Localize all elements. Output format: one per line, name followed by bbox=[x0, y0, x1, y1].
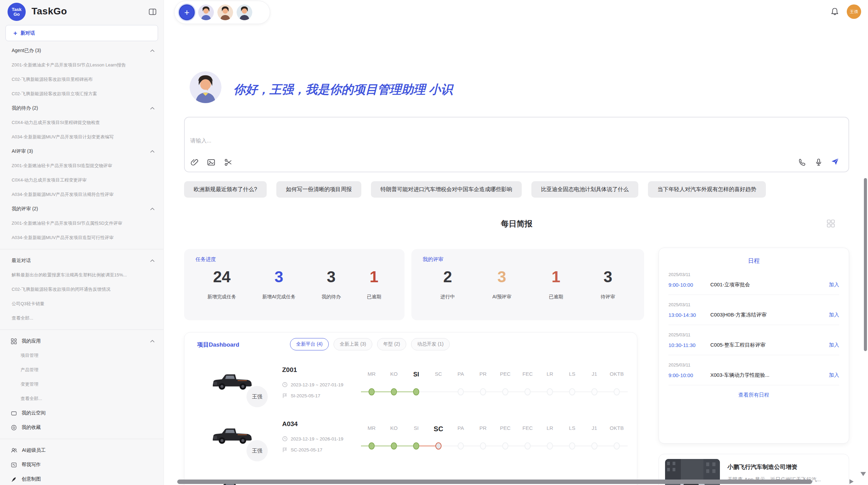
star-badge-icon bbox=[11, 425, 17, 431]
sidebar-item-help-me-write[interactable]: 帮我写作 bbox=[0, 458, 164, 472]
card-title: 我的评审 bbox=[423, 256, 443, 263]
project-milestone-date: SI-2025-05-17 bbox=[282, 393, 320, 398]
suggestion-chip[interactable]: 特朗普可能对进口汽车增税会对中国车企造成哪些影响 bbox=[371, 181, 522, 198]
milestone-label-current: SI bbox=[413, 371, 419, 378]
send-icon[interactable] bbox=[831, 157, 840, 166]
my-review-card: 我的评审 2 进行中 3 AI预评审 1 已逾期 3 待评审 bbox=[411, 249, 644, 320]
list-item[interactable]: C02-飞腾新能源轻客改款项目立项汇报方案 bbox=[0, 87, 164, 101]
chevron-up-icon[interactable] bbox=[150, 259, 155, 262]
view-all-schedule-link[interactable]: 查看所有日程 bbox=[659, 385, 849, 405]
new-chat-button[interactable]: + 新对话 bbox=[5, 25, 158, 41]
list-item[interactable]: 公司Q3轻卡销量 bbox=[0, 297, 164, 311]
list-item[interactable]: Z001-全新燃油皮卡产品开发项目SI节点Lesson Learn报告 bbox=[0, 58, 164, 72]
schedule-panel: 日程 2025/03/11 9:00-10:00 C001-立项审批会 加入 2… bbox=[659, 248, 849, 444]
milestone-label: KO bbox=[390, 371, 398, 377]
chevron-up-icon[interactable] bbox=[150, 107, 155, 110]
sidebar-item-my-apps[interactable]: 我的应用 bbox=[0, 334, 164, 348]
chevron-up-icon[interactable] bbox=[150, 150, 155, 153]
milestone-dot-done bbox=[413, 388, 419, 396]
suggestion-chip[interactable]: 如何写一份清晰的项目周报 bbox=[276, 181, 361, 198]
sidebar-item-creative-draw[interactable]: 创意制图 bbox=[0, 472, 164, 485]
tab-year-model[interactable]: 年型 (2) bbox=[377, 338, 406, 350]
view-all-link[interactable]: 查看全部... bbox=[0, 311, 164, 325]
divider bbox=[0, 329, 164, 330]
milestone-label: J1 bbox=[592, 371, 597, 377]
sidebar-item-ai-super-staff[interactable]: AI超级员工 bbox=[0, 443, 164, 458]
add-agent-button[interactable]: + bbox=[179, 4, 195, 20]
horizontal-scrollbar-thumb[interactable] bbox=[177, 480, 812, 484]
list-item[interactable]: C02-飞腾新能源轻客改款项目的闭环通告反馈情况 bbox=[0, 282, 164, 297]
clock-icon bbox=[282, 436, 288, 442]
suggestion-chips: 欧洲新规最近颁布了什么? 如何写一份清晰的项目周报 特朗普可能对进口汽车增税会对… bbox=[184, 181, 851, 198]
sidebar-collapse-icon[interactable] bbox=[148, 8, 157, 16]
project-code[interactable]: A034 bbox=[282, 420, 298, 428]
milestone-label: LR bbox=[546, 371, 553, 377]
clock-icon bbox=[282, 382, 288, 387]
scroll-right-arrow[interactable] bbox=[849, 479, 854, 484]
microphone-icon[interactable] bbox=[814, 158, 823, 167]
tab-new-body[interactable]: 全新上装 (3) bbox=[334, 338, 372, 350]
milestone-dot-todo bbox=[547, 443, 553, 450]
suggestion-chip[interactable]: 比亚迪全固态电池计划具体说了什么 bbox=[531, 181, 638, 198]
chevron-up-icon[interactable] bbox=[150, 49, 155, 52]
scissors-icon[interactable] bbox=[224, 158, 233, 167]
sidebar-item-product-mgmt[interactable]: 产品管理 bbox=[0, 363, 164, 377]
schedule-date: 2025/03/11 bbox=[668, 362, 839, 368]
milestone-dot-todo bbox=[458, 388, 464, 396]
list-item[interactable]: A034-全新新能源MUV产品开发项目法规符合性评审 bbox=[0, 187, 164, 202]
suggestion-chip[interactable]: 当下年轻人对汽车外观有怎样的喜好趋势 bbox=[648, 181, 766, 198]
schedule-name: C005-整车工程目标评审 bbox=[710, 342, 829, 348]
chevron-up-icon[interactable] bbox=[150, 208, 155, 210]
join-link[interactable]: 加入 bbox=[829, 372, 839, 378]
milestone-dot-done bbox=[391, 388, 397, 396]
list-item[interactable]: 解释最新出台的欧盟报废车法规再生塑料比例被调至15%... bbox=[0, 268, 164, 282]
sidebar-item-project-mgmt[interactable]: 项目管理 bbox=[0, 348, 164, 363]
project-code[interactable]: Z001 bbox=[282, 366, 297, 374]
tab-powertrain[interactable]: 动总开发 (1) bbox=[411, 338, 450, 350]
attachment-icon[interactable] bbox=[190, 158, 199, 167]
sidebar-item-cloud-space[interactable]: 我的云空间 bbox=[0, 406, 164, 420]
join-link[interactable]: 加入 bbox=[829, 312, 839, 318]
avatar[interactable] bbox=[237, 4, 252, 20]
list-item[interactable]: C02-飞腾新能源轻客改款项目里程碑画布 bbox=[0, 72, 164, 87]
avatar[interactable] bbox=[198, 4, 214, 20]
divider bbox=[0, 439, 164, 439]
schedule-item: 2025/03/11 9:00-10:00 C001-立项审批会 加入 bbox=[668, 265, 839, 295]
tab-new-platform[interactable]: 全新平台 (4) bbox=[290, 338, 329, 350]
avatar[interactable] bbox=[217, 4, 233, 20]
schedule-item: 2025/03/11 10:30-11:30 C005-整车工程目标评审 加入 bbox=[668, 325, 839, 355]
sidebar-item-favorites[interactable]: 我的收藏 bbox=[0, 420, 164, 435]
vertical-scrollbar-thumb[interactable] bbox=[864, 178, 867, 351]
plus-icon: + bbox=[13, 29, 17, 37]
view-all-link[interactable]: 查看全部... bbox=[0, 391, 164, 406]
milestone-label: MR bbox=[367, 371, 375, 377]
chevron-up-icon[interactable] bbox=[150, 340, 155, 343]
milestone-label: FEC bbox=[522, 371, 533, 377]
schedule-name: C001-立项审批会 bbox=[710, 282, 829, 288]
layout-grid-icon[interactable] bbox=[826, 219, 835, 228]
milestone-dot-todo bbox=[502, 388, 508, 396]
join-link[interactable]: 加入 bbox=[829, 342, 839, 348]
owner-badge: 王强 bbox=[246, 440, 268, 461]
dashboard-tabs: 全新平台 (4) 全新上装 (3) 年型 (2) 动总开发 (1) bbox=[290, 338, 450, 350]
list-item[interactable]: A034-全新新能源MUV产品开发项目造型可行性评审 bbox=[0, 231, 164, 245]
schedule-date: 2025/03/11 bbox=[668, 272, 839, 277]
list-item[interactable]: C0X4-动力总成开发项目SI里程碑提交物检查 bbox=[0, 115, 164, 130]
image-icon[interactable] bbox=[207, 158, 216, 167]
suggestion-chip[interactable]: 欧洲新规最近颁布了什么? bbox=[184, 181, 267, 198]
sidebar-item-change-mgmt[interactable]: 变更管理 bbox=[0, 377, 164, 391]
scroll-down-arrow[interactable] bbox=[860, 472, 866, 476]
phone-call-icon[interactable] bbox=[798, 158, 807, 167]
list-item[interactable]: C0X4-动力总成开发项目工程变更评审 bbox=[0, 173, 164, 187]
assistant-avatar bbox=[190, 71, 221, 103]
join-link[interactable]: 加入 bbox=[829, 282, 839, 288]
user-avatar[interactable]: 王强 bbox=[847, 4, 861, 19]
chat-input[interactable] bbox=[190, 137, 499, 144]
notification-bell-icon[interactable] bbox=[830, 7, 839, 16]
list-item[interactable]: Z001-全新燃油轻卡产品开发项目SI节点属性5D文件评审 bbox=[0, 216, 164, 231]
section-header-agent-done: Agent已办 (3) bbox=[0, 43, 164, 58]
milestone-dot-done bbox=[413, 443, 419, 450]
list-item[interactable]: Z001-全新燃油轻卡产品开发项目SI造型提交物评审 bbox=[0, 159, 164, 173]
milestone-dot-todo bbox=[480, 388, 486, 396]
list-item[interactable]: A034-全新新能源MUV产品开发项目计划变更表编写 bbox=[0, 130, 164, 144]
